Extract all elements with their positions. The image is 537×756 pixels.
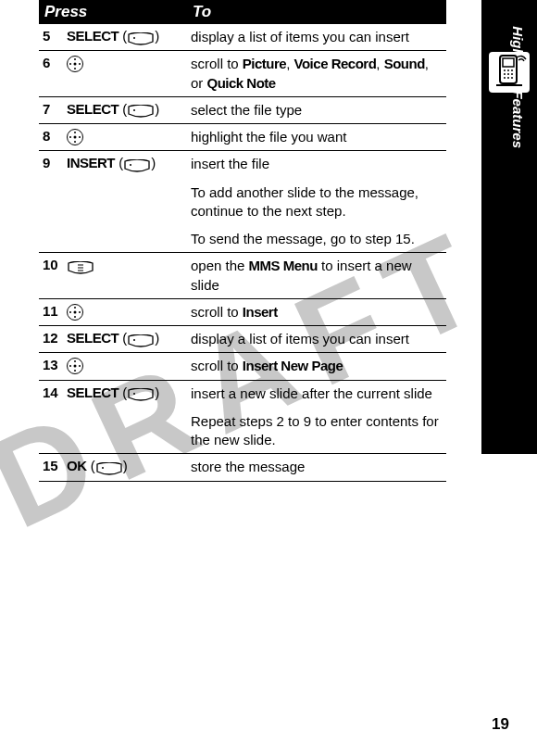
step-number: 7: [39, 96, 63, 123]
svg-rect-1: [503, 58, 514, 67]
page-number: 19: [492, 715, 509, 734]
softkey-icon: [127, 102, 155, 118]
table-row: 13 scroll to Insert New Page: [39, 353, 446, 380]
desc-text: open the: [191, 258, 249, 273]
press-cell: [63, 353, 187, 380]
desc-text: scroll to: [191, 304, 243, 320]
description-sub: To send the message, go to step 15.: [187, 224, 446, 253]
command-label: INSERT: [67, 155, 115, 170]
description-cell: select the file type: [187, 96, 446, 123]
description-cell: insert the file: [187, 151, 446, 178]
command-label: OK: [67, 458, 87, 473]
menu-option: Picture: [243, 56, 286, 71]
table-header-row: Press To: [39, 0, 446, 24]
nav-key-icon: [67, 358, 83, 374]
svg-point-11: [133, 37, 135, 39]
nav-key-icon: [67, 304, 83, 321]
command-label: SELECT: [67, 384, 119, 400]
description-cell: scroll to Insert: [187, 298, 446, 325]
menu-option: Quick Note: [207, 75, 276, 91]
description-cell: highlight the file you want: [187, 124, 446, 151]
svg-point-4: [511, 69, 513, 71]
press-cell: INSERT (): [63, 151, 187, 178]
phone-icon: [489, 52, 530, 93]
svg-point-10: [511, 77, 513, 79]
separator: ,: [376, 56, 383, 71]
press-cell: SELECT (): [63, 24, 187, 51]
table-row: 9 INSERT () insert the file: [39, 151, 446, 178]
description-cell: open the MMS Menu to insert a new slide: [187, 253, 446, 299]
svg-point-6: [507, 73, 509, 75]
step-number: 11: [39, 298, 63, 325]
step-number: 14: [39, 380, 63, 407]
svg-point-17: [133, 339, 135, 341]
step-number: 13: [39, 353, 63, 380]
menu-option: Voice Record: [294, 56, 377, 71]
table-row: 5 SELECT () display a list of items you …: [39, 24, 446, 51]
softkey-icon: [95, 460, 123, 475]
description-cell: insert a new slide after the current sli…: [187, 380, 446, 407]
press-cell: [63, 124, 187, 151]
table-row-sub: To add another slide to the message, con…: [39, 178, 446, 225]
menu-name: MMS Menu: [249, 258, 318, 273]
description-cell: scroll to Insert New Page: [187, 353, 446, 380]
menu-option: Insert: [243, 304, 278, 320]
table-row: 11 scroll to Insert: [39, 298, 446, 325]
svg-point-19: [102, 467, 104, 469]
svg-point-9: [507, 77, 509, 79]
press-cell: SELECT (): [63, 326, 187, 353]
softkey-icon: [127, 30, 155, 45]
softkey-icon: [127, 385, 155, 401]
svg-point-7: [511, 73, 513, 75]
svg-point-5: [504, 73, 506, 75]
press-cell: OK (): [63, 454, 187, 481]
table-row-sub: Repeat steps 2 to 9 to enter contents fo…: [39, 407, 446, 454]
table-row-sub: To send the message, go to step 15.: [39, 224, 446, 253]
svg-point-2: [504, 69, 506, 71]
description-cell: scroll to Picture, Voice Record, Sound, …: [187, 51, 446, 97]
command-label: SELECT: [67, 330, 119, 346]
nav-key-icon: [67, 129, 83, 145]
svg-point-12: [133, 109, 135, 111]
svg-point-18: [133, 393, 135, 395]
desc-text: scroll to: [191, 56, 243, 71]
step-number: 6: [39, 51, 63, 97]
separator: ,: [286, 56, 293, 71]
description-sub: To add another slide to the message, con…: [187, 178, 446, 225]
press-cell: SELECT (): [63, 380, 187, 407]
step-number: 8: [39, 124, 63, 151]
step-number: 12: [39, 326, 63, 353]
header-press: Press: [39, 0, 187, 24]
svg-point-13: [130, 164, 131, 166]
description-cell: store the message: [187, 454, 446, 481]
press-cell: SELECT (): [63, 96, 187, 123]
table-row: 6 scroll to Picture, Voice Record, Sound…: [39, 51, 446, 97]
command-label: SELECT: [67, 28, 119, 44]
description-cell: display a list of items you can insert: [187, 24, 446, 51]
menu-option: Insert New Page: [243, 358, 343, 373]
table-row: 15 OK () store the message: [39, 454, 446, 481]
press-cell: [63, 253, 187, 299]
steps-table: Press To 5 SELECT () display a list of i…: [39, 0, 446, 482]
softkey-icon: [123, 157, 151, 172]
table-row: 8 highlight the file you want: [39, 124, 446, 151]
svg-point-3: [507, 69, 509, 71]
desc-text: scroll to: [191, 358, 243, 373]
table-row: 7 SELECT () select the file type: [39, 96, 446, 123]
step-number: 9: [39, 151, 63, 178]
menu-option: Sound: [384, 56, 425, 71]
press-cell: [63, 298, 187, 325]
nav-key-icon: [67, 56, 83, 72]
description-sub: Repeat steps 2 to 9 to enter contents fo…: [187, 407, 446, 454]
table-row: 10 open the MMS Menu to insert a new sli…: [39, 253, 446, 299]
step-number: 10: [39, 253, 63, 299]
header-to: To: [187, 0, 446, 24]
command-label: SELECT: [67, 101, 119, 117]
description-cell: display a list of items you can insert: [187, 326, 446, 353]
softkey-icon: [127, 332, 155, 347]
step-number: 5: [39, 24, 63, 51]
table-row: 12 SELECT () display a list of items you…: [39, 326, 446, 353]
step-number: 15: [39, 454, 63, 481]
menu-key-icon: [67, 258, 94, 274]
press-cell: [63, 51, 187, 97]
